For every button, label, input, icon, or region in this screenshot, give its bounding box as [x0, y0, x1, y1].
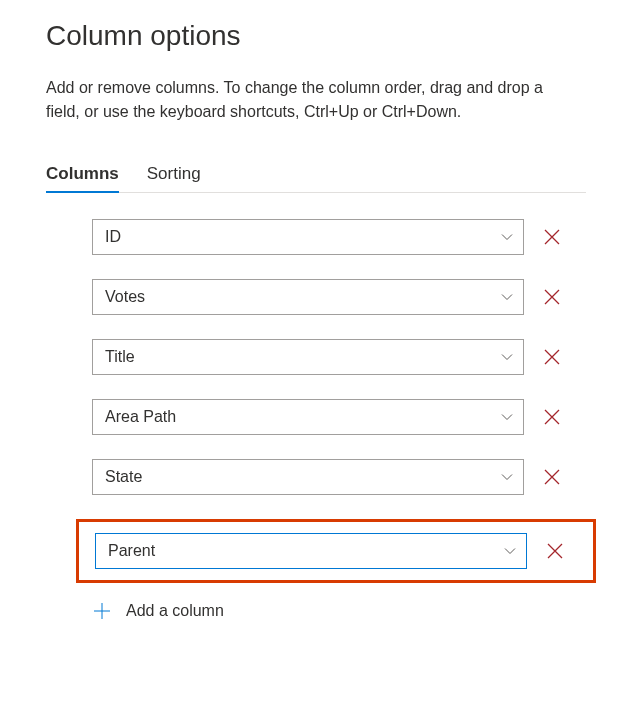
column-row: Area Path [92, 399, 586, 435]
column-row: Title [92, 339, 586, 375]
column-dropdown-area-path[interactable]: Area Path [92, 399, 524, 435]
chevron-down-icon [504, 545, 516, 557]
remove-column-button[interactable] [540, 225, 564, 249]
column-dropdown-parent[interactable]: Parent [95, 533, 527, 569]
remove-column-button[interactable] [543, 539, 567, 563]
chevron-down-icon [501, 291, 513, 303]
add-column-label: Add a column [126, 602, 224, 620]
column-row: Votes [92, 279, 586, 315]
page-title: Column options [46, 20, 586, 52]
tabs-container: Columns Sorting [46, 156, 586, 193]
remove-column-button[interactable] [540, 285, 564, 309]
remove-column-button[interactable] [540, 405, 564, 429]
add-column-button[interactable]: Add a column [92, 601, 586, 621]
column-dropdown-title[interactable]: Title [92, 339, 524, 375]
tab-columns[interactable]: Columns [46, 156, 119, 192]
description-text: Add or remove columns. To change the col… [46, 76, 566, 124]
chevron-down-icon [501, 471, 513, 483]
column-list: ID Votes Title [92, 219, 586, 621]
chevron-down-icon [501, 231, 513, 243]
tab-sorting[interactable]: Sorting [147, 156, 201, 192]
dropdown-label: Title [105, 348, 135, 366]
column-dropdown-state[interactable]: State [92, 459, 524, 495]
column-dropdown-id[interactable]: ID [92, 219, 524, 255]
dropdown-label: State [105, 468, 142, 486]
dropdown-label: ID [105, 228, 121, 246]
dropdown-label: Parent [108, 542, 155, 560]
column-dropdown-votes[interactable]: Votes [92, 279, 524, 315]
column-row: State [92, 459, 586, 495]
dropdown-label: Area Path [105, 408, 176, 426]
column-row-highlighted: Parent [76, 519, 596, 583]
dropdown-label: Votes [105, 288, 145, 306]
column-row: ID [92, 219, 586, 255]
chevron-down-icon [501, 351, 513, 363]
plus-icon [92, 601, 112, 621]
remove-column-button[interactable] [540, 465, 564, 489]
remove-column-button[interactable] [540, 345, 564, 369]
chevron-down-icon [501, 411, 513, 423]
